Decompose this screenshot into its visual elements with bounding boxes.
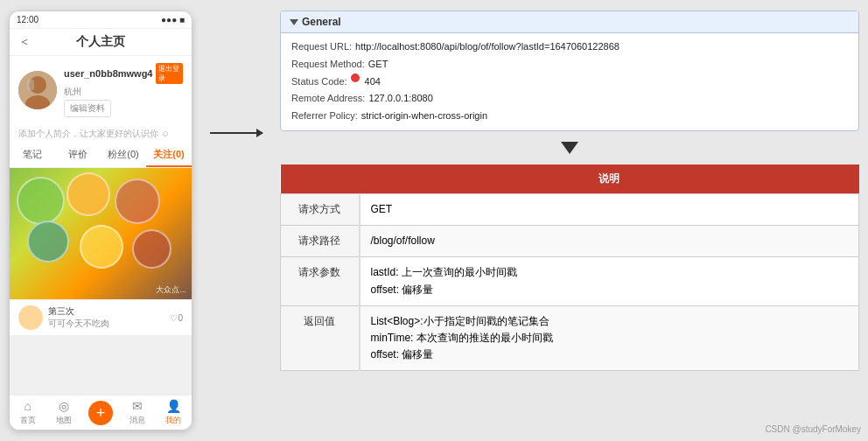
table-cell-params-value: lastId: 上一次查询的最小时间戳 offset: 偏移量 bbox=[360, 257, 859, 305]
content-image-area: 大众点... 第三次 可可今天不吃肉 ♡0 bbox=[10, 168, 192, 395]
table-row: 返回值 List<Blog>:小于指定时间戳的笔记集合 minTime: 本次查… bbox=[281, 305, 859, 371]
url-label: Request URL: bbox=[291, 38, 352, 56]
post-item: 第三次 可可今天不吃肉 ♡0 bbox=[10, 299, 192, 335]
nav-message[interactable]: ✉ 消息 bbox=[119, 399, 156, 426]
table-cell-method-label: 请求方式 bbox=[281, 193, 360, 225]
general-row-referrer: Referrer Policy: strict-origin-when-cros… bbox=[291, 108, 848, 125]
down-arrow-icon bbox=[561, 142, 578, 154]
nav-message-label: 消息 bbox=[130, 415, 145, 426]
table-cell-return-label: 返回值 bbox=[281, 305, 360, 371]
edit-profile-button[interactable]: 编辑资料 bbox=[64, 100, 111, 117]
arrow-line-icon bbox=[210, 132, 262, 134]
tab-fans[interactable]: 粉丝(0) bbox=[101, 144, 146, 167]
triangle-down-icon bbox=[290, 19, 298, 25]
tab-notes[interactable]: 笔记 bbox=[10, 144, 55, 167]
table-cell-path-value: /blog/of/follow bbox=[360, 226, 859, 257]
nav-home[interactable]: ⌂ 首页 bbox=[10, 399, 46, 426]
api-table: 说明 请求方式 GET 请求路径 /blog/of/follow 请求参数 la… bbox=[280, 164, 859, 371]
general-body: Request URL: http://localhost:8080/api/b… bbox=[281, 33, 858, 130]
svg-rect-3 bbox=[27, 80, 34, 90]
username-label: user_n0bb8mwwg4 bbox=[64, 68, 152, 79]
table-header-col2: 说明 bbox=[360, 164, 859, 194]
message-icon: ✉ bbox=[132, 399, 143, 413]
general-header: General bbox=[281, 11, 858, 33]
username-row: user_n0bb8mwwg4 退出登录 bbox=[64, 63, 183, 84]
post-title: 第三次 bbox=[48, 305, 109, 318]
home-icon: ⌂ bbox=[24, 399, 32, 413]
referrer-label: Referrer Policy: bbox=[291, 108, 358, 125]
remote-label: Remote Address: bbox=[291, 90, 365, 108]
tab-review[interactable]: 评价 bbox=[55, 144, 101, 167]
status-value: 404 bbox=[365, 74, 381, 91]
add-icon[interactable]: + bbox=[88, 401, 113, 425]
method-label: Request Method: bbox=[291, 56, 365, 74]
table-header-col1 bbox=[281, 164, 360, 194]
phone-status-bar: 12:00 ●●● ■ bbox=[10, 11, 192, 29]
profile-bio: 添加个人简介，让大家更好的认识你 ☺ bbox=[10, 124, 192, 144]
status-time: 12:00 bbox=[17, 15, 38, 24]
location-label: 杭州 bbox=[64, 86, 183, 98]
post-subtitle: 可可今天不吃肉 bbox=[48, 318, 109, 330]
arrow-connector bbox=[210, 132, 262, 134]
profile-section: user_n0bb8mwwg4 退出登录 杭州 编辑资料 bbox=[10, 56, 192, 124]
right-panel: General Request URL: http://localhost:80… bbox=[280, 10, 859, 430]
nav-map[interactable]: ◎ 地图 bbox=[46, 399, 83, 426]
remote-value: 127.0.0.1:8080 bbox=[368, 90, 432, 108]
table-row: 请求路径 /blog/of/follow bbox=[281, 226, 859, 257]
watermark: CSDN @studyForMokey bbox=[765, 424, 861, 434]
food-image: 大众点... bbox=[10, 168, 192, 299]
status-signal: ●●● ■ bbox=[161, 15, 185, 24]
nav-mine-label: 我的 bbox=[165, 415, 181, 426]
general-row-remote: Remote Address: 127.0.0.1:8080 bbox=[291, 90, 848, 108]
general-panel: General Request URL: http://localhost:80… bbox=[280, 10, 859, 131]
nav-add[interactable]: + bbox=[82, 399, 119, 426]
profile-tabs: 笔记 评价 粉丝(0) 关注(0) bbox=[10, 144, 192, 168]
nav-home-label: 首页 bbox=[20, 415, 36, 426]
down-arrow-wrap bbox=[280, 142, 859, 154]
status-dot-icon bbox=[351, 74, 360, 82]
method-value: GET bbox=[368, 56, 388, 74]
status-label: Status Code: bbox=[291, 74, 347, 91]
table-cell-method-value: GET bbox=[360, 193, 859, 225]
post-avatar bbox=[18, 305, 43, 330]
table-cell-return-value: List<Blog>:小于指定时间戳的笔记集合 minTime: 本次查询的推送… bbox=[360, 305, 859, 371]
user-icon: 👤 bbox=[166, 399, 181, 413]
logout-badge[interactable]: 退出登录 bbox=[156, 63, 183, 84]
general-row-status: Status Code: 404 bbox=[291, 74, 848, 91]
phone-header: ＜ 个人主页 bbox=[10, 29, 192, 56]
general-row-method: Request Method: GET bbox=[291, 56, 848, 74]
api-table-container: 说明 请求方式 GET 请求路径 /blog/of/follow 请求参数 la… bbox=[280, 164, 859, 371]
map-icon: ◎ bbox=[59, 399, 69, 413]
general-row-url: Request URL: http://localhost:8080/api/b… bbox=[291, 38, 848, 56]
back-arrow-icon[interactable]: ＜ bbox=[18, 34, 31, 50]
avatar bbox=[18, 71, 57, 109]
table-row: 请求参数 lastId: 上一次查询的最小时间戳 offset: 偏移量 bbox=[281, 257, 859, 305]
table-row: 请求方式 GET bbox=[281, 193, 859, 225]
nav-map-label: 地图 bbox=[56, 415, 72, 426]
page-title: 个人主页 bbox=[76, 34, 125, 50]
phone-mockup: 12:00 ●●● ■ ＜ 个人主页 user_n0bb8mwwg4 退出登录 … bbox=[9, 10, 192, 430]
phone-bottom-nav: ⌂ 首页 ◎ 地图 + ✉ 消息 👤 我的 bbox=[10, 395, 192, 430]
url-value: http://localhost:8080/api/blog/of/follow… bbox=[355, 38, 620, 56]
table-cell-path-label: 请求路径 bbox=[281, 226, 360, 257]
general-header-label: General bbox=[302, 16, 341, 28]
nav-mine[interactable]: 👤 我的 bbox=[155, 399, 192, 426]
referrer-value: strict-origin-when-cross-origin bbox=[361, 108, 487, 125]
tab-follow[interactable]: 关注(0) bbox=[146, 144, 192, 167]
table-cell-params-label: 请求参数 bbox=[281, 257, 360, 305]
post-likes: ♡0 bbox=[170, 313, 183, 323]
profile-info: user_n0bb8mwwg4 退出登录 杭州 编辑资料 bbox=[64, 63, 183, 117]
